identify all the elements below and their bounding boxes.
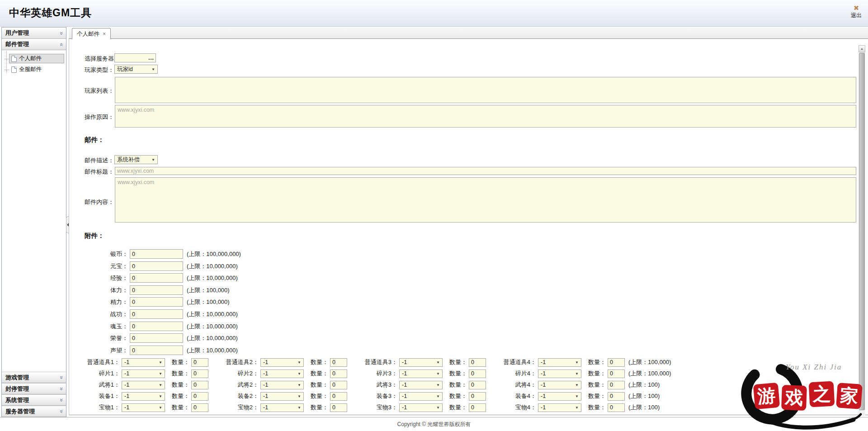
mail-content-textarea[interactable]: www.xjyxi.com: [115, 177, 856, 223]
limit-text: (上限：100,000,000): [187, 250, 241, 258]
field-label: 武将1：: [69, 381, 122, 389]
item-select[interactable]: -1▼: [260, 358, 304, 367]
item-select[interactable]: -1▼: [122, 369, 165, 378]
qty-input[interactable]: [469, 392, 486, 401]
sidebar-panel-label: 系统管理: [5, 395, 29, 406]
scroll-up-arrow-icon: ▲: [860, 47, 863, 50]
qty-input[interactable]: [608, 358, 625, 367]
amount-input[interactable]: [130, 333, 183, 343]
item-select[interactable]: -1▼: [122, 403, 165, 412]
player-type-select[interactable]: 玩家id ▼: [114, 65, 158, 74]
item-select-value: -1: [124, 404, 157, 411]
sidebar-panel-label: 邮件管理: [5, 39, 29, 50]
sidebar-panel-mail-mgmt[interactable]: 邮件管理«: [2, 39, 66, 50]
item-select[interactable]: -1▼: [399, 381, 443, 389]
attachment-field-row: 精力：(上限：100,000): [69, 297, 230, 307]
qty-label: 数量：: [446, 369, 467, 378]
qty-label: 数量：: [446, 403, 467, 412]
amount-input[interactable]: [130, 261, 183, 271]
player-list-textarea[interactable]: [115, 77, 856, 103]
tab-close-icon[interactable]: ×: [103, 31, 106, 37]
amount-input[interactable]: [130, 346, 183, 355]
expand-chevron-icon: »: [59, 376, 65, 379]
sidebar-panel-system-mgmt[interactable]: 系统管理»: [2, 394, 66, 406]
field-label: 普通道具4：: [486, 358, 538, 366]
sidebar-panel-user-mgmt[interactable]: 用户管理»: [2, 28, 66, 39]
qty-input[interactable]: [191, 381, 208, 389]
item-select[interactable]: -1▼: [122, 392, 165, 401]
scrollbar-thumb[interactable]: [859, 53, 865, 410]
item-select[interactable]: -1▼: [538, 392, 581, 401]
qty-input[interactable]: [608, 381, 625, 389]
qty-input[interactable]: [330, 403, 347, 412]
sidebar-panel-server-mgmt[interactable]: 服务器管理»: [2, 406, 66, 417]
qty-input[interactable]: [469, 403, 486, 412]
item-select[interactable]: -1▼: [399, 369, 443, 378]
dropdown-arrow-icon: ▼: [575, 360, 579, 365]
mail-title-input[interactable]: [115, 167, 856, 175]
server-browse-button[interactable]: …: [146, 54, 156, 62]
item-attachment-row: 普通道具1：-1▼数量：普通道具2：-1▼数量：普通道具3：-1▼数量：普通道具…: [69, 358, 671, 367]
sidebar-item-personal-mail[interactable]: 个人邮件: [9, 54, 64, 63]
dropdown-arrow-icon: ▼: [159, 372, 162, 376]
qty-input[interactable]: [469, 358, 486, 367]
sidebar-panel-ban-mgmt[interactable]: 封停管理»: [2, 383, 66, 394]
qty-input[interactable]: [191, 369, 208, 378]
qty-input[interactable]: [191, 392, 208, 401]
amount-input[interactable]: [130, 273, 183, 283]
qty-input[interactable]: [330, 392, 347, 401]
field-label: 装备2：: [208, 392, 260, 400]
mail-desc-select[interactable]: 系统补偿 ▼: [114, 155, 158, 164]
qty-label: 数量：: [585, 358, 606, 366]
item-select[interactable]: -1▼: [538, 369, 581, 378]
item-select[interactable]: -1▼: [260, 381, 304, 389]
sidebar-item-server-mail[interactable]: 全服邮件: [9, 65, 64, 74]
scroll-up-button[interactable]: ▲: [859, 45, 865, 52]
server-input[interactable]: [115, 54, 146, 62]
amount-input[interactable]: [130, 297, 183, 307]
qty-input[interactable]: [191, 403, 208, 412]
amount-input[interactable]: [130, 249, 183, 259]
item-select[interactable]: -1▼: [399, 403, 443, 412]
qty-input[interactable]: [330, 358, 347, 367]
limit-text: (上限：10,000,000): [187, 334, 238, 342]
dropdown-arrow-icon: ▼: [436, 406, 440, 410]
item-select[interactable]: -1▼: [399, 392, 443, 401]
item-select[interactable]: -1▼: [538, 358, 581, 367]
attachment-section-header: 附件：: [85, 232, 104, 240]
sidebar-panel-game-mgmt[interactable]: 游戏管理»: [2, 372, 66, 383]
dropdown-arrow-icon: ▼: [159, 360, 162, 365]
field-label: 碎片3：: [347, 369, 399, 378]
dropdown-arrow-icon: ▼: [575, 372, 579, 376]
amount-input[interactable]: [130, 285, 183, 295]
tab-personal-mail[interactable]: 个人邮件 ×: [72, 28, 111, 39]
qty-input[interactable]: [608, 369, 625, 378]
dropdown-arrow-icon: ▼: [297, 372, 301, 376]
item-select[interactable]: -1▼: [538, 381, 581, 389]
qty-input[interactable]: [608, 403, 625, 412]
qty-input[interactable]: [330, 369, 347, 378]
item-select[interactable]: -1▼: [260, 392, 304, 401]
item-select[interactable]: -1▼: [260, 369, 304, 378]
item-select-value: -1: [402, 404, 435, 411]
amount-input[interactable]: [130, 309, 183, 319]
dropdown-arrow-icon: ▼: [436, 372, 440, 376]
item-select[interactable]: -1▼: [122, 358, 165, 367]
limit-text: (上限：10,000,000): [187, 322, 238, 331]
item-select[interactable]: -1▼: [122, 381, 165, 389]
qty-input[interactable]: [469, 381, 486, 389]
amount-input[interactable]: [130, 322, 183, 331]
item-select[interactable]: -1▼: [260, 403, 304, 412]
qty-input[interactable]: [608, 392, 625, 401]
vertical-scrollbar[interactable]: ▲: [859, 45, 865, 415]
qty-input[interactable]: [191, 358, 208, 367]
item-select[interactable]: -1▼: [538, 403, 581, 412]
logout-button[interactable]: ✖ 退出: [851, 5, 862, 19]
item-select[interactable]: -1▼: [399, 358, 443, 367]
item-select-value: -1: [124, 370, 157, 377]
qty-input[interactable]: [469, 369, 486, 378]
item-select-value: -1: [263, 404, 296, 411]
qty-input[interactable]: [330, 381, 347, 389]
reason-textarea[interactable]: www.xjyxi.com: [115, 105, 856, 128]
field-label: 声望：: [69, 346, 130, 355]
